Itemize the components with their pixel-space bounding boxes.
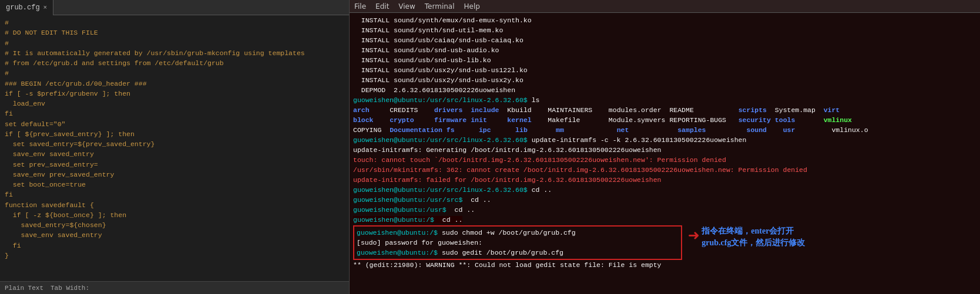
terminal-line: INSTALL sound/usb/snd-usb-lib.ko — [353, 55, 976, 65]
terminal-line: INSTALL sound/synth/snd-util-mem.ko — [353, 25, 976, 35]
terminal-line: touch: cannot touch `/boot/initrd.img-2.… — [353, 155, 976, 165]
terminal-line: INSTALL sound/usb/usx2y/snd-usb-us122l.k… — [353, 65, 976, 75]
editor-line: # — [0, 38, 349, 48]
terminal-line: INSTALL sound/usb/caiaq/snd-usb-caiaq.ko — [353, 35, 976, 45]
editor-line: } — [0, 251, 349, 261]
terminal-line: ** (gedit:21980): WARNING **: Could not … — [353, 260, 976, 270]
editor-line: ### BEGIN /etc/grub.d/00_header ### — [0, 79, 349, 89]
editor-line: fi — [0, 190, 349, 200]
terminal-line: update-initramfs: Generating /boot/initr… — [353, 145, 976, 155]
editor-line: if [ -s $prefix/grubenv ]; then — [0, 89, 349, 99]
annotation-text: 指令在终端，enter会打开grub.cfg文件，然后进行修改 — [702, 225, 807, 248]
editor-line: set prev_saved_entry= — [0, 160, 349, 170]
editor-tab[interactable]: grub.cfg × — [0, 0, 53, 15]
editor-line: set default="0" — [0, 119, 349, 129]
menu-file[interactable]: File — [354, 2, 366, 11]
editor-line: fi — [0, 109, 349, 119]
terminal-panel: File Edit View Terminal Help INSTALL sou… — [350, 0, 980, 294]
terminal-line: guoweishen@ubuntu:/usr/src/linux-2.6.32.… — [353, 135, 976, 145]
menu-edit[interactable]: Edit — [375, 2, 389, 11]
menu-terminal[interactable]: Terminal — [425, 2, 455, 11]
editor-tab-width-label: Tab Width: — [51, 285, 89, 292]
editor-line: # It is automatically generated by /usr/… — [0, 48, 349, 58]
editor-line: save_env prev_saved_entry — [0, 170, 349, 180]
tab-label: grub.cfg — [6, 4, 40, 12]
editor-line: # DO NOT EDIT THIS FILE — [0, 28, 349, 38]
editor-line: fi — [0, 241, 349, 251]
editor-line: save_env saved_entry — [0, 230, 349, 240]
editor-line: if [ -z ${boot_once} ]; then — [0, 210, 349, 220]
menu-view[interactable]: View — [398, 2, 415, 11]
terminal-line: COPYING Documentation fs ipc lib mm net … — [353, 125, 976, 135]
terminal-line: INSTALL sound/synth/emux/snd-emux-synth.… — [353, 15, 976, 25]
editor-line: # — [0, 68, 349, 78]
terminal-line: guoweishen@ubuntu:/$ cd .. — [353, 215, 976, 225]
editor-line: function savedefault { — [0, 200, 349, 210]
editor-line: save_env saved_entry — [0, 149, 349, 159]
menu-help[interactable]: Help — [464, 2, 480, 11]
editor-line: if [ ${prev_saved_entry} ]; then — [0, 129, 349, 139]
editor-line: # — [0, 18, 349, 28]
terminal-line: /usr/sbin/mkinitramfs: 362: cannot creat… — [353, 165, 976, 175]
terminal-line: INSTALL sound/usb/snd-usb-audio.ko — [353, 45, 976, 55]
editor-format[interactable]: Plain Text — [5, 285, 43, 292]
editor-line: set saved_entry=${prev_saved_entry} — [0, 139, 349, 149]
terminal-line: block crypto firmware init kernel Makefi… — [353, 115, 976, 125]
editor-line: set boot_once=true — [0, 180, 349, 190]
terminal-line: update-initramfs: failed for /boot/initr… — [353, 175, 976, 185]
terminal-line: DEPMOD 2.6.32.60181305002226uoweishen — [353, 85, 976, 95]
highlight-line-2: [sudo] password for guoweishen: — [357, 238, 679, 248]
terminal-line: INSTALL sound/usb/usx2y/snd-usb-usx2y.ko — [353, 75, 976, 85]
editor-line: # from /etc/grub.d and settings from /et… — [0, 58, 349, 68]
terminal-line: guoweishen@ubuntu:/usr$ cd .. — [353, 205, 976, 215]
editor-statusbar: Plain Text Tab Width: — [0, 281, 349, 294]
editor-tab-bar: grub.cfg × — [0, 0, 349, 15]
terminal-line: guoweishen@ubuntu:/usr/src$ cd .. — [353, 195, 976, 205]
terminal-line: guoweishen@ubuntu:/usr/src/linux-2.6.32.… — [353, 185, 976, 195]
editor-content: # # DO NOT EDIT THIS FILE # # It is auto… — [0, 15, 349, 281]
terminal-line: arch CREDITS drivers include Kbuild MAIN… — [353, 105, 976, 115]
terminal-line: guoweishen@ubuntu:/usr/src/linux-2.6.32.… — [353, 95, 976, 105]
editor-line: load_env — [0, 99, 349, 109]
highlight-line-1: guoweishen@ubuntu:/$ sudo chmod +w /boot… — [357, 228, 679, 238]
highlight-line-3: guoweishen@ubuntu:/$ sudo gedit /boot/gr… — [357, 248, 679, 258]
editor-panel: grub.cfg × # # DO NOT EDIT THIS FILE # #… — [0, 0, 350, 294]
terminal-content[interactable]: INSTALL sound/synth/emux/snd-emux-synth.… — [350, 13, 980, 294]
close-icon[interactable]: × — [43, 4, 48, 11]
editor-line: saved_entry=${chosen} — [0, 220, 349, 230]
terminal-menubar: File Edit View Terminal Help — [350, 0, 980, 13]
